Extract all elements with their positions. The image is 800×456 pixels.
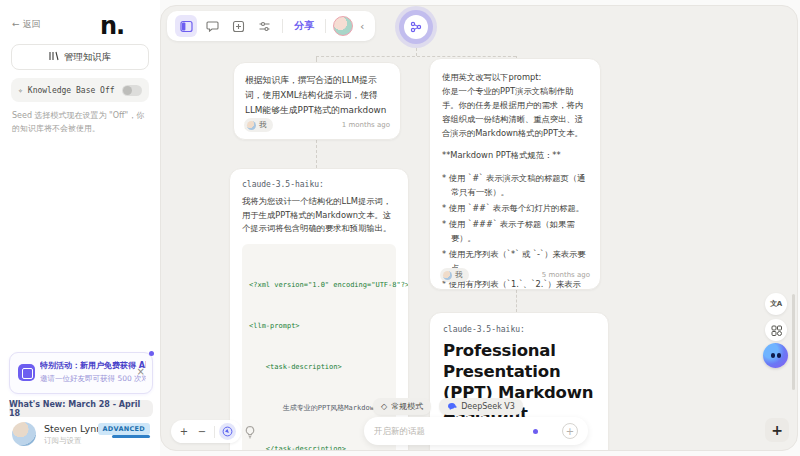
author-pill[interactable]: 我 <box>244 118 273 132</box>
ai-assistant-button[interactable] <box>763 343 788 368</box>
zoom-controls: + − <box>171 420 241 443</box>
manage-knowledge-base-button[interactable]: 管理知识库 <box>11 44 149 70</box>
translate-icon: 文A <box>770 299 781 309</box>
user-name: Steven Lynn <box>44 423 102 434</box>
user-profile[interactable]: Steven Lynn 订阅与设置 ADVANCED <box>12 421 152 449</box>
canvas-scrollbar[interactable] <box>792 294 795 390</box>
root-flow-node[interactable] <box>395 6 437 48</box>
canvas-toolbar: 分享 ‹ <box>167 11 375 41</box>
model-selector[interactable]: DeepSeek V3 <box>439 398 523 415</box>
mode-label: 常规模式 <box>391 401 423 412</box>
code-line: <llm-prompt> <box>249 320 389 334</box>
close-icon[interactable]: × <box>137 366 145 377</box>
promo-card[interactable]: 特别活动：新用户免费获得 AI ... 邀请一位好友即可获得 500 次对话！ … <box>9 352 153 394</box>
bullet-item: * 使用 `###` 表示子标题（如果需要）。 <box>442 217 588 245</box>
promo-icon <box>18 364 35 381</box>
back-label: 返回 <box>22 19 40 29</box>
author-label: 我 <box>259 120 267 130</box>
connector-line <box>416 48 417 56</box>
manage-kb-label: 管理知识库 <box>64 51 112 64</box>
avatar <box>443 271 452 280</box>
controls-divider <box>214 426 215 438</box>
model-label: claude-3.5-haiku: <box>242 180 396 189</box>
bullet-item: * 使用 `##` 表示每个幻灯片的标题。 <box>442 201 588 215</box>
branch-icon <box>404 15 428 39</box>
connector-line <box>316 140 317 168</box>
kb-description: Seed 选择模式现在设置为 "Off"，你的知识库将不会被使用。 <box>12 110 150 136</box>
collapse-chevron-icon[interactable]: ‹ <box>357 20 367 33</box>
toggle-knob <box>123 86 132 95</box>
author-label: 我 <box>455 270 463 280</box>
sidebar: ← 返回 n. 管理知识库 ✧ Knowledge Base Off Seed … <box>0 0 160 456</box>
notification-dot <box>149 351 154 356</box>
message-text: **Markdown PPT格式规范：** <box>442 148 588 162</box>
back-button[interactable]: ← 返回 <box>12 18 40 31</box>
diamond-icon: ◇ <box>381 402 387 411</box>
kb-toggle-label: Knowledge Base Off <box>28 86 115 95</box>
chat-icon[interactable] <box>201 15 223 37</box>
user-message-card[interactable]: 使用英文改写以下prompt: 你是一个专业的PPT演示文稿制作助手。你的任务是… <box>429 58 601 290</box>
avatar <box>247 121 256 130</box>
zoom-in-button[interactable]: + <box>176 424 192 440</box>
assistant-face-icon <box>771 353 775 358</box>
share-button[interactable]: 分享 <box>290 19 318 33</box>
message-text: 你是一个专业的PPT演示文稿制作助手。你的任务是根据用户的需求，将内容组织成一份… <box>442 84 588 140</box>
settings-sliders-icon[interactable] <box>253 15 275 37</box>
accent-dot <box>533 429 538 434</box>
mode-row: ◇ 常规模式 DeepSeek V3 <box>373 398 523 415</box>
timestamp: 1 months ago <box>342 121 390 129</box>
hint-bulb-icon[interactable] <box>243 424 259 440</box>
toolbar-divider <box>325 19 326 33</box>
card-footer: 我 1 months ago <box>244 118 390 132</box>
back-arrow-icon: ← <box>12 19 20 29</box>
whats-new-link[interactable]: What's New: March 28 - April 18 <box>9 400 153 417</box>
promo-title: 特别活动：新用户免费获得 AI ... <box>40 360 146 371</box>
knowledge-base-icon <box>49 51 59 63</box>
add-attachment-icon[interactable]: + <box>562 423 578 439</box>
message-text: 使用英文改写以下prompt: <box>442 70 588 84</box>
sidebar-panel-button[interactable] <box>175 15 197 37</box>
flow-canvas[interactable]: 分享 ‹ 根据知识库，撰写合适的LLM提示词，使用XML结构化提示词，使得LLM… <box>160 5 798 451</box>
app-logo: n. <box>100 12 124 40</box>
chat-input-bar[interactable]: + <box>364 417 588 445</box>
toolbar-divider <box>282 19 283 33</box>
add-card-icon[interactable] <box>227 15 249 37</box>
deepseek-whale-icon <box>447 402 457 412</box>
code-line: <?xml version="1.0" encoding="UTF-8"?> <box>249 279 389 293</box>
add-node-button[interactable]: + <box>765 418 789 442</box>
user-message-card[interactable]: 根据知识库，撰写合适的LLM提示词，使用XML结构化提示词，使得LLM能够生成P… <box>233 62 401 140</box>
app-root: ← 返回 n. 管理知识库 ✧ Knowledge Base Off Seed … <box>0 0 800 456</box>
model-label: claude-3.5-haiku: <box>443 325 595 334</box>
mode-selector[interactable]: ◇ 常规模式 <box>373 398 431 415</box>
recenter-compass-icon[interactable] <box>219 423 236 440</box>
timestamp: 5 months ago <box>542 271 590 279</box>
card-footer: 我 5 months ago <box>440 268 590 282</box>
model-label: DeepSeek V3 <box>461 402 515 411</box>
knowledge-base-toggle-row: ✧ Knowledge Base Off <box>11 78 149 102</box>
chat-input[interactable] <box>374 426 533 436</box>
code-line: <task-description> <box>249 361 389 375</box>
bullet-item: * 使用 `#` 表示演示文稿的标题页（通常只有一张）。 <box>442 171 588 199</box>
assistant-intro: 我将为您设计一个结构化的LLM提示词，用于生成PPT格式的Markdown文本。… <box>242 195 396 236</box>
connector-line <box>316 56 516 57</box>
plan-badge: ADVANCED <box>98 423 151 435</box>
code-line: </task-description> <box>249 443 389 451</box>
apps-grid-button[interactable] <box>765 319 787 341</box>
grid-icon <box>771 321 782 340</box>
node-ring <box>399 10 433 44</box>
knowledge-base-toggle[interactable] <box>122 85 142 96</box>
zoom-out-button[interactable]: − <box>194 424 210 440</box>
avatar <box>12 422 36 446</box>
assistant-face-icon <box>777 353 781 358</box>
sparkle-icon: ✧ <box>18 86 23 95</box>
connector-line <box>516 290 517 312</box>
promo-subtitle: 邀请一位好友即可获得 500 次对话！ <box>40 374 146 384</box>
plan-progress-bar <box>112 435 150 438</box>
translate-button[interactable]: 文A <box>765 293 787 315</box>
author-pill[interactable]: 我 <box>440 268 469 282</box>
user-subtitle: 订阅与设置 <box>44 436 82 446</box>
code-line: 生成专业的PPT风格Markdown文本 <box>249 402 389 416</box>
collaborator-avatar[interactable] <box>333 16 353 36</box>
